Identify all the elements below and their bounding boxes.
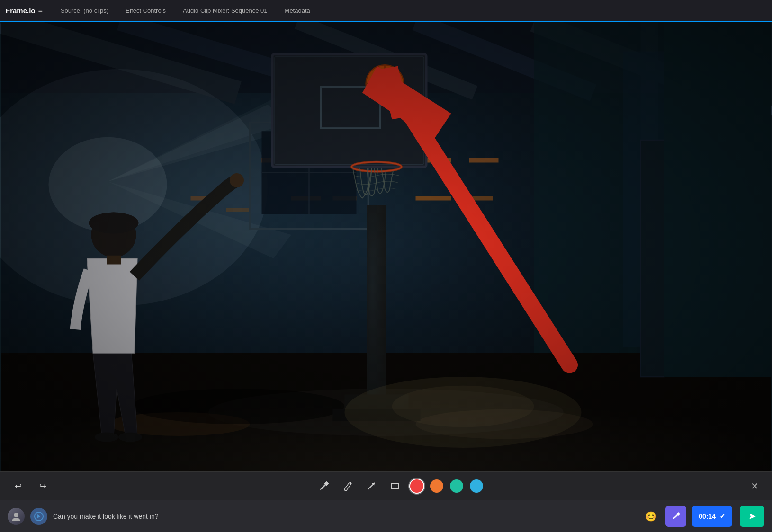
redo-button[interactable]: ↪ [34, 478, 51, 495]
color-blue[interactable] [470, 479, 483, 493]
brush-icon [319, 481, 329, 491]
emoji-button[interactable]: 😊 [642, 508, 660, 525]
user-avatar [8, 508, 25, 525]
frame-io-logo [34, 512, 44, 521]
annotation-brush-button[interactable] [665, 506, 686, 527]
arrow-tool-icon [366, 481, 377, 491]
tab-audio-clip-mixer[interactable]: Audio Clip Mixer: Sequence 01 [174, 0, 276, 21]
color-teal[interactable] [450, 479, 463, 493]
user-icon [11, 511, 21, 522]
color-orange[interactable] [430, 479, 443, 493]
menu-icon[interactable]: ≡ [38, 6, 43, 15]
tab-effect-controls[interactable]: Effect Controls [117, 0, 174, 21]
timecode-check-icon: ✓ [719, 512, 726, 521]
undo-redo-group: ↩ ↪ [9, 478, 51, 495]
video-frame [0, 22, 772, 471]
drawing-toolbar: ↩ ↪ [0, 471, 772, 500]
brand-name: Frame.io [6, 7, 36, 15]
close-toolbar-button[interactable]: ✕ [747, 477, 763, 496]
frameio-icon [30, 508, 47, 525]
undo-button[interactable]: ↩ [9, 478, 27, 495]
tab-metadata[interactable]: Metadata [276, 0, 319, 21]
timecode-value: 00:14 [699, 513, 716, 520]
avatar-image [8, 508, 25, 525]
color-red[interactable] [410, 479, 423, 493]
brand-logo[interactable]: Frame.io ≡ [6, 6, 43, 15]
brush-button-icon [671, 512, 681, 521]
submit-comment-button[interactable] [740, 506, 764, 527]
rect-tool-button[interactable] [386, 478, 404, 495]
brush-tool-button[interactable] [315, 478, 332, 495]
submit-arrow-icon [747, 512, 757, 521]
arrow-tool-button[interactable] [363, 478, 380, 495]
svg-marker-71 [749, 514, 756, 519]
rect-tool-icon [390, 481, 400, 491]
comment-input[interactable] [53, 513, 637, 520]
video-preview [0, 22, 772, 471]
pencil-icon [342, 481, 353, 491]
close-group: ✕ [747, 477, 763, 496]
svg-rect-63 [1, 22, 771, 471]
tool-group [315, 478, 483, 495]
comment-bar: 😊 00:14 ✓ [0, 500, 772, 532]
scene-canvas [0, 22, 772, 471]
svg-point-68 [14, 513, 18, 517]
tab-source[interactable]: Source: (no clips) [52, 0, 117, 21]
timecode-button[interactable]: 00:14 ✓ [692, 506, 732, 527]
tab-bar: Frame.io ≡ Source: (no clips) Effect Con… [0, 0, 772, 22]
svg-rect-67 [391, 483, 399, 489]
pencil-tool-button[interactable] [339, 478, 356, 495]
